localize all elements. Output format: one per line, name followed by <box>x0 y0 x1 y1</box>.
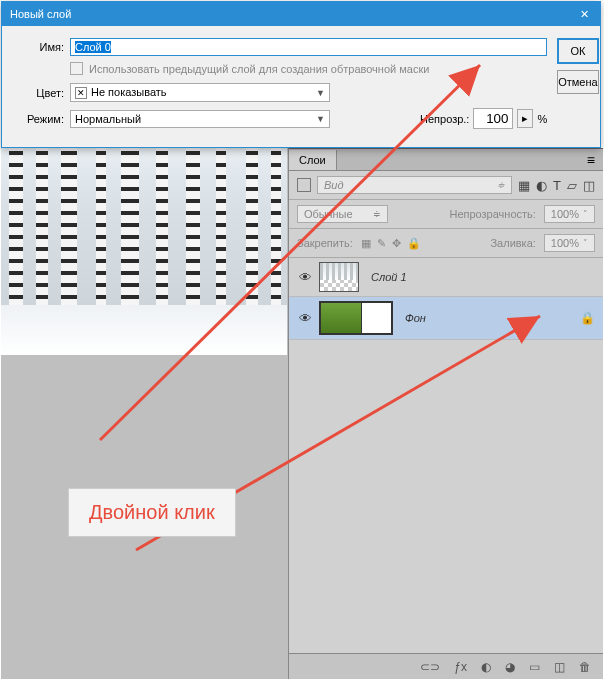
panel-tabs: Слои ≡ <box>289 149 603 171</box>
name-input-value: Слой 0 <box>75 41 111 53</box>
mask-icon[interactable]: ◐ <box>481 660 491 674</box>
panel-menu-icon[interactable]: ≡ <box>579 152 603 168</box>
clip-mask-checkbox[interactable] <box>70 62 83 75</box>
layer-thumbnail[interactable] <box>319 262 359 292</box>
panel-opacity-input[interactable]: 100% ˅ <box>544 205 595 223</box>
none-color-icon: ✕ <box>75 87 87 99</box>
lock-position-icon[interactable]: ✥ <box>392 237 401 250</box>
chevron-down-icon: ≑ <box>373 209 381 219</box>
blend-mode-select[interactable]: Обычные ≑ <box>297 205 388 223</box>
adjustment-icon[interactable]: ◕ <box>505 660 515 674</box>
clip-mask-label: Использовать предыдущий слой для создани… <box>89 63 429 75</box>
chevron-down-icon: ▼ <box>316 114 325 124</box>
chevron-down-icon: ˅ <box>583 238 588 248</box>
link-icon[interactable]: ⊂⊃ <box>420 660 440 674</box>
visibility-icon[interactable]: 👁 <box>297 311 313 326</box>
chevron-down-icon: ≑ <box>497 180 505 190</box>
dialog-title-text: Новый слой <box>10 8 71 20</box>
layer-row[interactable]: 👁 Фон 🔒 <box>289 297 603 340</box>
chevron-down-icon: ˅ <box>583 209 588 219</box>
opacity-input[interactable] <box>473 108 513 129</box>
cancel-button[interactable]: Отмена <box>557 70 598 94</box>
document-canvas[interactable] <box>1 148 287 355</box>
lock-icon: 🔒 <box>580 311 595 325</box>
layers-list: 👁 Слой 1 👁 Фон 🔒 <box>289 258 603 340</box>
panel-opacity-label: Непрозрачность: <box>449 208 535 220</box>
canvas-workspace <box>1 148 289 679</box>
new-layer-icon[interactable]: ◫ <box>554 660 565 674</box>
lock-pixels-icon[interactable]: ▦ <box>361 237 371 250</box>
blend-mode-value: Обычные <box>304 208 353 220</box>
filter-select[interactable]: Вид ≑ <box>317 176 512 194</box>
filter-type-icon[interactable]: T <box>553 178 561 193</box>
panel-opacity-value: 100% <box>551 208 579 220</box>
dialog-titlebar[interactable]: Новый слой ✕ <box>2 2 600 26</box>
close-icon[interactable]: ✕ <box>576 6 592 22</box>
opacity-stepper[interactable]: ▸ <box>517 109 533 128</box>
mode-value: Нормальный <box>75 113 141 125</box>
name-input[interactable]: Слой 0 <box>70 38 547 56</box>
layer-row[interactable]: 👁 Слой 1 <box>289 258 603 297</box>
filter-value: Вид <box>324 179 344 191</box>
name-label: Имя: <box>16 41 64 53</box>
layer-name[interactable]: Фон <box>405 312 426 324</box>
chevron-down-icon: ▼ <box>316 88 325 98</box>
mode-label: Режим: <box>16 113 64 125</box>
percent-label: % <box>537 113 547 125</box>
color-select[interactable]: ✕Не показывать ▼ <box>70 83 330 102</box>
group-icon[interactable]: ▭ <box>529 660 540 674</box>
filter-shape-icon[interactable]: ▱ <box>567 178 577 193</box>
color-label: Цвет: <box>16 87 64 99</box>
mask-thumbnail[interactable] <box>361 303 391 333</box>
filter-adjust-icon[interactable]: ◐ <box>536 178 547 193</box>
color-value: Не показывать <box>91 86 167 98</box>
fill-input[interactable]: 100% ˅ <box>544 234 595 252</box>
panel-bottom-bar: ⊂⊃ ƒx ◐ ◕ ▭ ◫ 🗑 <box>289 653 603 679</box>
lock-all-icon[interactable]: 🔒 <box>407 237 421 250</box>
mode-select[interactable]: Нормальный ▼ <box>70 110 330 128</box>
filter-icon[interactable] <box>297 178 311 192</box>
lock-brush-icon[interactable]: ✎ <box>377 237 386 250</box>
visibility-icon[interactable]: 👁 <box>297 270 313 285</box>
fill-value: 100% <box>551 237 579 249</box>
fill-label: Заливка: <box>490 237 535 249</box>
lock-label: Закрепить: <box>297 237 353 249</box>
filter-pixel-icon[interactable]: ▦ <box>518 178 530 193</box>
layer-name[interactable]: Слой 1 <box>371 271 407 283</box>
fx-icon[interactable]: ƒx <box>454 660 467 674</box>
ok-button[interactable]: ОК <box>557 38 598 64</box>
dialog-body: Имя: Слой 0 Использовать предыдущий слой… <box>2 26 600 147</box>
layer-thumbnail[interactable] <box>321 303 361 333</box>
annotation-label: Двойной клик <box>68 488 236 537</box>
layers-panel: Слои ≡ Вид ≑ ▦ ◐ T ▱ ◫ Обычные ≑ Непрозр… <box>289 148 603 679</box>
filter-smart-icon[interactable]: ◫ <box>583 178 595 193</box>
tab-layers[interactable]: Слои <box>289 150 337 170</box>
opacity-label: Непрозр.: <box>420 113 469 125</box>
trash-icon[interactable]: 🗑 <box>579 660 591 674</box>
new-layer-dialog: Новый слой ✕ Имя: Слой 0 Использовать пр… <box>1 1 601 148</box>
